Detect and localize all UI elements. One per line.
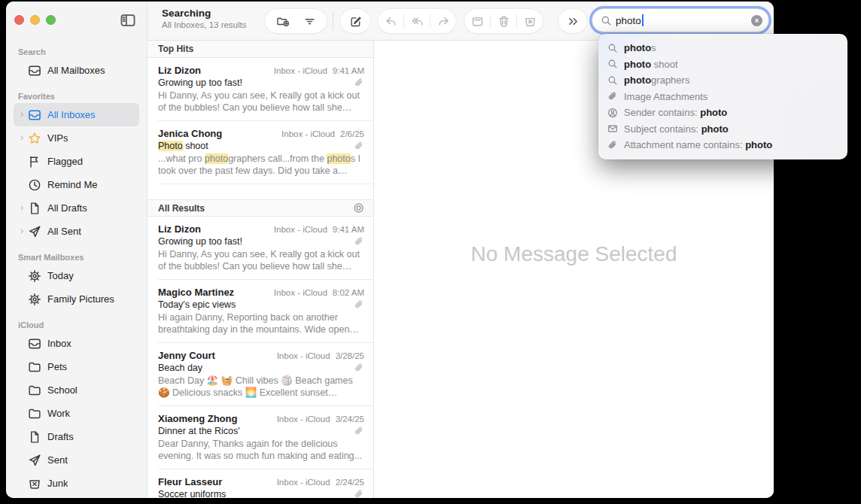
delete-buttons-group: [464, 9, 543, 33]
message-row[interactable]: Fleur LasseurInbox - iCloud2/24/25Soccer…: [148, 469, 373, 498]
sidebar-item-label: All Drafts: [47, 202, 87, 214]
sidebar-item-remind-me[interactable]: Remind Me: [14, 173, 139, 196]
sidebar-item-all-sent[interactable]: All Sent: [14, 220, 139, 243]
list-section-header-top-hits: Top Hits: [148, 41, 373, 58]
new-mailbox-button[interactable]: [272, 11, 292, 31]
message-header-line: Liz DizonInbox - iCloud9:41 AM: [158, 223, 364, 235]
message-subject: Dinner at the Ricos': [158, 426, 354, 436]
suggestion-row[interactable]: photographers: [598, 72, 847, 89]
sidebar-item-pets[interactable]: Pets: [14, 355, 139, 378]
text-segment: photo: [624, 74, 651, 86]
message-mailbox: Inbox - iCloud: [277, 478, 330, 487]
sidebar-toggle-icon[interactable]: [120, 12, 138, 30]
message-row[interactable]: Liz DizonInbox - iCloud9:41 AMGrowing up…: [148, 217, 373, 280]
gear-icon: [28, 293, 41, 306]
sidebar-item-sent[interactable]: Sent: [14, 448, 139, 472]
title-block: Searching All Inboxes, 13 results: [162, 8, 247, 29]
sidebar-item-school[interactable]: School: [14, 378, 139, 402]
reply-button[interactable]: [381, 11, 400, 31]
chevron-right-icon[interactable]: [17, 227, 28, 235]
chevron-right-icon[interactable]: [17, 111, 28, 119]
reply-all-button[interactable]: [407, 11, 427, 31]
suggestion-row[interactable]: Subject contains: photo: [598, 121, 847, 138]
message-row[interactable]: Xiaomeng ZhongInbox - iCloud3/24/25Dinne…: [148, 406, 373, 469]
sidebar-item-flagged[interactable]: Flagged: [14, 150, 139, 173]
compose-button[interactable]: [345, 11, 365, 31]
sidebar-section-header-smart-mailboxes: Smart Mailboxes: [18, 253, 135, 262]
filter-button[interactable]: [300, 11, 319, 31]
chevron-right-icon[interactable]: [17, 204, 28, 212]
suggestion-text: Subject contains: photo: [624, 123, 729, 135]
paperclip-icon: [607, 91, 618, 102]
text-segment: Growing up too fast!: [158, 77, 242, 88]
sidebar-item-junk[interactable]: Junk: [14, 472, 139, 495]
junk-button[interactable]: [520, 11, 540, 31]
message-mailbox: Inbox - iCloud: [274, 225, 327, 234]
message-date: 8:02 AM: [333, 288, 364, 297]
suggestion-row[interactable]: Image Attachments: [598, 89, 847, 105]
person-icon: [607, 108, 618, 118]
sidebar-item-label: School: [47, 384, 78, 396]
forward-button[interactable]: [434, 11, 453, 31]
message-mailbox: Inbox - iCloud: [277, 351, 330, 360]
search-scope-spiral-icon[interactable]: [353, 202, 364, 214]
message-row[interactable]: Jenny CourtInbox - iCloud3/28/25Beach da…: [148, 343, 373, 406]
attachment-paperclip-icon: [354, 236, 364, 247]
sidebar-item-all-drafts[interactable]: All Drafts: [14, 196, 139, 220]
sidebar-item-all-mailboxes[interactable]: All Mailboxes: [14, 59, 139, 82]
flag-icon: [28, 155, 41, 169]
window-title: Searching: [162, 8, 247, 19]
suggestion-row[interactable]: Attachment name contains: photo: [598, 137, 847, 153]
message-date: 9:41 AM: [333, 225, 364, 234]
text-segment: graphers call...from the: [228, 153, 327, 164]
search-input[interactable]: photo ×: [592, 8, 769, 32]
chevron-right-icon[interactable]: [17, 134, 28, 142]
star-icon: [28, 132, 41, 145]
suggestion-row[interactable]: photos: [598, 40, 847, 56]
text-segment: shoot: [651, 59, 677, 70]
more-toolbar-group: [558, 9, 587, 33]
clear-search-button[interactable]: ×: [751, 15, 762, 26]
text-segment: photo: [701, 123, 729, 135]
sidebar-item-label: Inbox: [47, 338, 71, 349]
search-suggestions-panel: photosphoto shootphotographersImage Atta…: [598, 34, 847, 159]
text-segment: s: [651, 42, 656, 53]
sidebar-item-work[interactable]: Work: [14, 402, 139, 425]
sidebar-item-today[interactable]: Today: [14, 264, 139, 287]
message-subject: Photo shoot: [158, 141, 354, 151]
sidebar-item-inbox[interactable]: Inbox: [14, 332, 139, 355]
suggestion-row[interactable]: Sender contains: photo: [598, 105, 847, 121]
message-subject: Today's epic views: [158, 299, 354, 310]
sidebar-item-vips[interactable]: VIPs: [14, 126, 139, 150]
message-row[interactable]: Jenica ChongInbox - iCloud2/6/25Photo sh…: [148, 121, 373, 184]
more-toolbar-items-button[interactable]: [563, 11, 583, 31]
message-sender: Xiaomeng Zhong: [158, 413, 271, 424]
suggestion-row[interactable]: photo shoot: [598, 56, 847, 73]
archive-button[interactable]: [467, 11, 487, 31]
message-row[interactable]: Magico MartinezInbox - iCloud8:02 AMToda…: [148, 280, 373, 343]
search-icon: [607, 59, 618, 69]
message-header-line: Magico MartinezInbox - iCloud8:02 AM: [158, 287, 364, 298]
sidebar-section-header-favorites: Favorites: [18, 92, 135, 101]
envelope-icon: [607, 123, 618, 134]
divider: [490, 14, 491, 28]
divider: [403, 14, 404, 28]
sidebar-item-drafts[interactable]: Drafts: [14, 425, 139, 448]
trash-button[interactable]: [494, 11, 513, 31]
text-segment: Hi again Danny, Reporting back on anothe…: [158, 312, 359, 335]
sidebar-section-header-search: Search: [18, 47, 135, 56]
sidebar-item-all-inboxes[interactable]: All Inboxes: [14, 103, 139, 126]
message-mailbox: Inbox - iCloud: [274, 66, 327, 75]
sidebar: SearchAll MailboxesFavoritesAll InboxesV…: [6, 2, 148, 498]
list-section-title: Top Hits: [158, 44, 193, 54]
message-row[interactable]: Liz DizonInbox - iCloud9:41 AMGrowing up…: [148, 58, 373, 121]
sidebar-item-label: Sent: [47, 454, 68, 466]
close-window-button[interactable]: [14, 15, 24, 25]
gear-icon: [28, 269, 41, 283]
fullscreen-window-button[interactable]: [46, 15, 56, 25]
sidebar-item-family-pictures[interactable]: Family Pictures: [14, 287, 139, 311]
minimize-window-button[interactable]: [30, 15, 40, 25]
message-mailbox: Inbox - iCloud: [274, 288, 327, 297]
suggestion-text: Image Attachments: [624, 91, 707, 102]
message-list: Top HitsLiz DizonInbox - iCloud9:41 AMGr…: [148, 41, 374, 498]
